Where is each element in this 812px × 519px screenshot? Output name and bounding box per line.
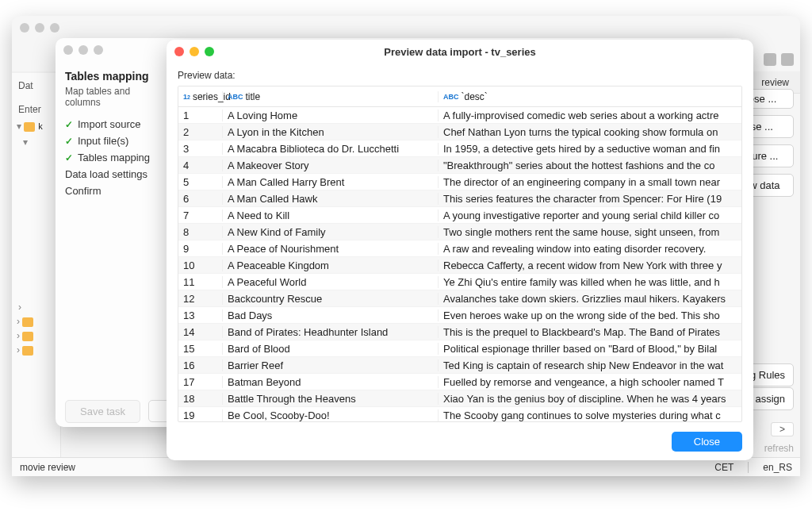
cell-title: Be Cool, Scooby-Doo! [223, 409, 439, 421]
table-row[interactable]: 5A Man Called Harry BrentThe director of… [178, 174, 741, 190]
step-confirm[interactable]: Confirm [65, 183, 153, 199]
zoom-icon[interactable] [50, 23, 59, 33]
cell-title: A Peace of Nourishment [223, 243, 439, 255]
table-row[interactable]: 3A Macabra Biblioteca do Dr. LucchettiIn… [178, 140, 741, 157]
cell-title: Barrier Reef [223, 359, 439, 371]
cell-id: 8 [178, 226, 223, 238]
editor-tab[interactable]: review [753, 75, 797, 90]
minimize-icon[interactable] [35, 23, 44, 33]
table-row[interactable]: 8A New Kind of FamilyTwo single mothers … [178, 224, 741, 240]
table-row[interactable]: 15Bard of BloodPolitical espionage thril… [178, 340, 741, 357]
close-icon[interactable] [63, 45, 73, 55]
table-row[interactable]: 13Bad DaysEven heroes wake up on the wro… [178, 307, 741, 324]
minimize-icon[interactable] [79, 45, 88, 55]
table-row[interactable]: 2A Lyon in the KitchenChef Nathan Lyon t… [178, 124, 741, 140]
cell-title: Backcountry Rescue [223, 293, 439, 305]
table-row[interactable]: 18Battle Through the HeavensXiao Yan is … [178, 390, 741, 407]
table-row[interactable]: 9A Peace of NourishmentA raw and reveali… [178, 240, 741, 257]
nav-tab[interactable]: Dat [15, 78, 57, 94]
grid-header: 12series_id ABCtitle ABC`desc` [178, 86, 741, 107]
cell-id: 10 [178, 260, 223, 271]
main-titlebar [12, 16, 800, 40]
step-tables-mapping[interactable]: ✓Tables mapping [65, 149, 153, 166]
cell-id: 18 [178, 393, 223, 405]
cell-desc: Avalanches take down skiers. Grizzlies m… [439, 293, 741, 305]
cell-title: A Loving Home [223, 110, 439, 121]
table-row[interactable]: 7A Need to KillA young investigative rep… [178, 207, 741, 224]
cell-id: 12 [178, 293, 223, 305]
cell-desc: In 1959, a detective gets hired by a sed… [439, 143, 741, 155]
cell-id: 9 [178, 243, 223, 255]
cell-title: A Need to Kill [223, 210, 439, 221]
cell-id: 11 [178, 276, 223, 288]
close-button[interactable]: Close [672, 432, 742, 452]
preview-dialog: Preview data import - tv_series Preview … [167, 40, 753, 460]
cell-desc: Political espionage thriller based on "B… [439, 343, 741, 355]
grid-rows: 1A Loving HomeA fully-improvised comedic… [178, 107, 741, 422]
cell-desc: Two single mothers rent the same house, … [439, 226, 741, 238]
step-data-load[interactable]: Data load settings [65, 166, 153, 183]
cell-title: A Peaceful World [223, 276, 439, 288]
column-title[interactable]: ABCtitle [223, 91, 439, 102]
table-row[interactable]: 14Band of Pirates: Headhunter IslandThis… [178, 324, 741, 340]
toolbar-right [764, 53, 794, 66]
status-timezone: CET [714, 462, 733, 473]
cell-title: Batman Beyond [223, 376, 439, 388]
cell-id: 3 [178, 143, 223, 155]
table-row[interactable]: 17Batman BeyondFuelled by remorse and ve… [178, 374, 741, 390]
table-row[interactable]: 16Barrier ReefTed King is captain of res… [178, 357, 741, 374]
preview-footer: Close [167, 422, 753, 460]
cell-desc: Chef Nathan Lyon turns the typical cooki… [439, 126, 741, 138]
table-row[interactable]: 11A Peaceful WorldYe Zhi Qiu's entire fa… [178, 274, 741, 290]
wizard-steps-panel: Tables mapping Map tables and columns ✓I… [56, 62, 163, 395]
table-row[interactable]: 12Backcountry RescueAvalanches take down… [178, 290, 741, 307]
cell-desc: This series features the character from … [439, 193, 741, 205]
cell-title: A Man Called Harry Brent [223, 176, 439, 188]
cell-title: Bard of Blood [223, 343, 439, 355]
preview-label: Preview data: [178, 70, 742, 86]
close-icon[interactable] [20, 23, 29, 33]
table-row[interactable]: 4A Makeover Story"Breakthrough" series a… [178, 157, 741, 174]
text-type-icon: ABC [228, 93, 243, 101]
cell-id: 4 [178, 160, 223, 171]
cell-desc: A young investigative reporter and young… [439, 210, 741, 221]
wizard-subtitle: Map tables and columns [65, 86, 153, 116]
dropdown-indicator[interactable]: > [771, 422, 794, 436]
cell-desc: "Breakthrough" series about the hottest … [439, 160, 741, 171]
cell-id: 13 [178, 309, 223, 321]
cell-id: 5 [178, 176, 223, 188]
cell-title: A Peaceable Kingdom [223, 260, 439, 271]
cell-title: A Makeover Story [223, 160, 439, 171]
cell-title: A Macabra Biblioteca do Dr. Lucchetti [223, 143, 439, 155]
cell-id: 7 [178, 210, 223, 221]
cell-title: A Lyon in the Kitchen [223, 126, 439, 138]
table-row[interactable]: 10A Peaceable KingdomRebecca Cafferty, a… [178, 257, 741, 274]
status-left: movie review [20, 462, 75, 473]
save-task-button: Save task [65, 400, 140, 423]
cell-desc: Ted King is captain of research ship New… [439, 359, 741, 371]
cell-desc: Rebecca Cafferty, a recent widow from Ne… [439, 260, 741, 271]
table-row[interactable]: 19Be Cool, Scooby-Doo!The Scooby gang co… [178, 407, 741, 422]
check-icon: ✓ [65, 152, 73, 163]
folder-icon [22, 317, 33, 327]
refresh-label: refresh [764, 443, 794, 454]
table-row[interactable]: 1A Loving HomeA fully-improvised comedic… [178, 107, 741, 124]
cell-desc: Fuelled by remorse and vengeance, a high… [439, 376, 741, 388]
step-input-files[interactable]: ✓Input file(s) [65, 133, 153, 149]
column-series-id[interactable]: 12series_id [178, 91, 223, 102]
table-row[interactable]: 6A Man Called HawkThis series features t… [178, 190, 741, 207]
tool-icon[interactable] [764, 53, 776, 66]
cell-title: Bad Days [223, 309, 439, 321]
step-import-source[interactable]: ✓Import source [65, 116, 153, 133]
zoom-icon[interactable] [94, 45, 103, 55]
cell-desc: A raw and revealing window into eating d… [439, 243, 741, 255]
cell-desc: The Scooby gang continues to solve myste… [439, 409, 741, 421]
cell-id: 15 [178, 343, 223, 355]
enter-label: Enter [15, 102, 57, 117]
cell-id: 6 [178, 193, 223, 205]
avatar-icon[interactable] [781, 53, 794, 66]
column-desc[interactable]: ABC`desc` [439, 91, 741, 102]
cell-desc: A fully-improvised comedic web series ab… [439, 110, 741, 121]
check-icon: ✓ [65, 119, 73, 130]
folder-icon [24, 122, 35, 132]
